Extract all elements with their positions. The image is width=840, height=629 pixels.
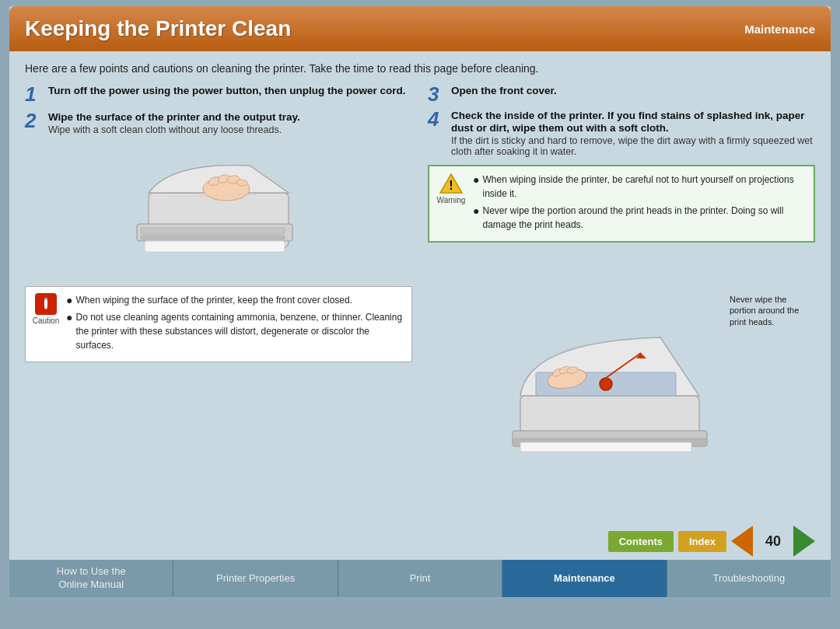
caution-icon-wrap: Caution [32, 293, 60, 325]
step-4-content: Check the inside of the printer. If you … [451, 109, 815, 157]
main-content: Here are a few points and cautions on cl… [9, 51, 831, 521]
warning-triangle-icon: ! [439, 173, 464, 194]
printer-image-left [125, 146, 312, 271]
page-title: Keeping the Printer Clean [25, 16, 291, 41]
step-4-number: 4 [428, 109, 445, 129]
footer-tabs: How to Use theOnline Manual Printer Prop… [9, 560, 831, 597]
step-2: 2 Wipe the surface of the printer and th… [25, 110, 412, 135]
printer-illustration-right: Never wipe the portion around the print … [428, 247, 815, 513]
svg-rect-4 [145, 241, 285, 252]
svg-rect-2 [141, 228, 285, 234]
step-2-desc: Wipe with a soft clean cloth without any… [48, 124, 412, 135]
step-4-desc: If the dirt is sticky and hard to remove… [451, 135, 815, 157]
caution-text: ● When wiping the surface of the printer… [66, 293, 404, 355]
left-column: 1 Turn off the power using the power but… [25, 84, 412, 513]
step-4-title: Check the inside of the printer. If you … [451, 110, 805, 134]
warning-label: Warning [437, 196, 466, 204]
prev-button[interactable] [731, 526, 753, 557]
step-1-number: 1 [25, 84, 42, 104]
header-section: Maintenance [744, 23, 815, 36]
callout-text: Never wipe the portion around the print … [730, 294, 815, 327]
warning-bullet-2: ● Never wipe the portion around the prin… [473, 204, 806, 232]
caution-bullet-1: ● When wiping the surface of the printer… [66, 293, 404, 307]
step-1: 1 Turn off the power using the power but… [25, 84, 412, 104]
printer-image-right [505, 295, 738, 466]
step-3-content: Open the front cover. [451, 84, 815, 96]
next-button[interactable] [793, 526, 815, 557]
caution-bullet-2: ● Do not use cleaning agents containing … [66, 310, 404, 352]
step-3: 3 Open the front cover. [428, 84, 815, 104]
tab-print[interactable]: Print [338, 560, 502, 597]
warning-box: ! Warning ● When wiping inside the print… [428, 165, 815, 243]
printer-illustration-left [25, 146, 412, 271]
warning-icon-wrap: ! Warning [436, 173, 467, 204]
step-2-title: Wipe the surface of the printer and the … [48, 111, 300, 123]
tab-maintenance[interactable]: Maintenance [502, 560, 667, 597]
svg-rect-3 [141, 236, 285, 239]
step-3-title: Open the front cover. [451, 85, 557, 96]
svg-marker-12 [44, 308, 47, 309]
right-column: 3 Open the front cover. 4 Check the insi… [428, 84, 815, 513]
warning-bullet-1: ● When wiping inside the printer, be car… [473, 173, 806, 201]
main-container: Keeping the Printer Clean Maintenance He… [9, 6, 831, 597]
caution-label: Caution [33, 316, 59, 325]
caution-icon [35, 293, 57, 315]
steps-34: 3 Open the front cover. 4 Check the insi… [428, 84, 815, 157]
step-1-title: Turn off the power using the power butto… [48, 85, 405, 96]
svg-rect-23 [520, 442, 691, 452]
tab-how-to-use[interactable]: How to Use theOnline Manual [9, 560, 173, 597]
svg-text:!: ! [449, 179, 453, 192]
header: Keeping the Printer Clean Maintenance [9, 6, 831, 51]
bottom-nav-area: Contents Index 40 [9, 521, 831, 560]
step-2-number: 2 [25, 110, 42, 131]
warning-text: ● When wiping inside the printer, be car… [473, 173, 806, 235]
index-button[interactable]: Index [678, 531, 726, 552]
two-columns: 1 Turn off the power using the power but… [25, 84, 815, 513]
tab-troubleshooting[interactable]: Troubleshooting [667, 560, 831, 597]
step-4: 4 Check the inside of the printer. If yo… [428, 109, 815, 157]
step-1-content: Turn off the power using the power butto… [48, 84, 412, 96]
svg-rect-13 [44, 298, 47, 300]
nav-buttons: Contents Index 40 [608, 526, 815, 557]
step-2-content: Wipe the surface of the printer and the … [48, 110, 412, 135]
step-3-number: 3 [428, 84, 445, 104]
caution-box: Caution ● When wiping the surface of the… [25, 286, 412, 362]
contents-button[interactable]: Contents [608, 531, 674, 552]
intro-text: Here are a few points and cautions on cl… [25, 62, 815, 75]
tab-printer-properties[interactable]: Printer Properties [173, 560, 338, 597]
svg-point-18 [600, 378, 612, 390]
page-number: 40 [758, 533, 789, 550]
